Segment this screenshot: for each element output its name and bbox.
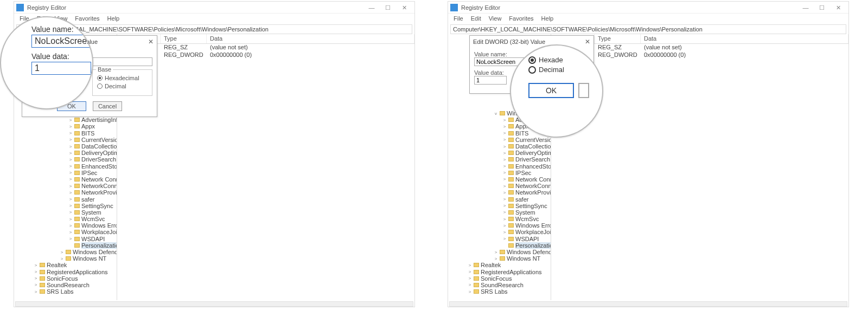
- expand-icon[interactable]: >: [68, 217, 73, 222]
- tree-item[interactable]: >WorkplaceJoin: [14, 229, 117, 235]
- expand-icon[interactable]: >: [502, 118, 507, 122]
- list-row[interactable]: REG_SZ (value not set): [117, 44, 414, 51]
- tree-item[interactable]: Personalization: [448, 242, 551, 249]
- minimize-button[interactable]: —: [363, 2, 380, 13]
- tree-item[interactable]: >DataCollection: [14, 143, 117, 150]
- tree-item[interactable]: >WorkplaceJoin: [448, 229, 551, 235]
- tree-item[interactable]: >CurrentVersion: [14, 137, 117, 143]
- tree-item[interactable]: >Realtek: [14, 262, 117, 268]
- expand-icon[interactable]: >: [502, 170, 507, 175]
- tree-item[interactable]: >Windows NT: [448, 255, 551, 262]
- col-type[interactable]: Type: [595, 34, 641, 43]
- expand-icon[interactable]: >: [68, 203, 73, 208]
- tree-item[interactable]: >System: [14, 209, 117, 216]
- expand-icon[interactable]: >: [502, 230, 507, 235]
- tree-item[interactable]: >NetworkConnectivi: [448, 183, 551, 189]
- expand-icon[interactable]: >: [502, 197, 507, 202]
- tree-item[interactable]: >SettingSync: [14, 203, 117, 209]
- tree-item[interactable]: >safer: [448, 196, 551, 202]
- scrollbar-horizontal[interactable]: [449, 301, 847, 307]
- tree-item[interactable]: >CurrentVersion: [448, 137, 551, 143]
- tree-item[interactable]: >WcmSvc: [14, 216, 117, 222]
- tree-item[interactable]: >NetworkProvider: [14, 189, 117, 196]
- expand-icon[interactable]: >: [68, 230, 73, 235]
- expand-icon[interactable]: >: [502, 137, 507, 142]
- expand-icon[interactable]: >: [502, 177, 507, 182]
- expand-icon[interactable]: >: [34, 269, 38, 274]
- tree-item[interactable]: >DriverSearching: [14, 156, 117, 163]
- expand-icon[interactable]: >: [68, 177, 73, 182]
- tree-item[interactable]: Personalization: [14, 242, 117, 249]
- expand-icon[interactable]: >: [494, 250, 498, 255]
- maximize-button[interactable]: ☐: [814, 2, 830, 13]
- expand-icon[interactable]: >: [468, 289, 472, 294]
- tree-item[interactable]: >SonicFocus: [448, 275, 551, 282]
- value-data-input[interactable]: [474, 76, 507, 85]
- close-button[interactable]: ✕: [830, 2, 846, 13]
- tree-item[interactable]: >RegisteredApplications: [448, 269, 551, 275]
- dialog-close-icon[interactable]: ✕: [585, 38, 590, 46]
- expand-icon[interactable]: >: [68, 124, 73, 129]
- expand-icon[interactable]: >: [34, 289, 38, 294]
- expand-icon[interactable]: >: [502, 223, 507, 228]
- tree-item[interactable]: >safer: [14, 196, 117, 202]
- tree-item[interactable]: >SonicFocus: [14, 275, 117, 282]
- expand-icon[interactable]: >: [60, 250, 64, 255]
- address-bar[interactable]: Computer\HKEY_LOCAL_MACHINE\SOFTWARE\Pol…: [450, 24, 846, 34]
- list-row[interactable]: REG_DWORD 0x00000000 (0): [117, 51, 414, 59]
- expand-icon[interactable]: >: [494, 256, 498, 261]
- tree-item[interactable]: >DriverSearching: [448, 156, 551, 163]
- expand-icon[interactable]: >: [502, 190, 507, 195]
- tree-item[interactable]: >Realtek: [448, 262, 551, 268]
- expand-icon[interactable]: >: [468, 276, 472, 281]
- expand-icon[interactable]: >: [68, 137, 73, 142]
- tree-item[interactable]: >WSDAPI: [14, 236, 117, 242]
- expand-icon[interactable]: >: [502, 157, 507, 162]
- tree-item[interactable]: >EnhancedStorageDe: [448, 163, 551, 170]
- menu-edit[interactable]: Edit: [471, 15, 481, 22]
- expand-icon[interactable]: >: [68, 236, 73, 241]
- list-row[interactable]: REG_SZ (value not set): [551, 44, 848, 51]
- radio-hex[interactable]: Hexadecimal: [97, 75, 148, 81]
- expand-icon[interactable]: >: [34, 276, 38, 281]
- expand-icon[interactable]: >: [502, 131, 507, 135]
- tree-item[interactable]: >DataCollection: [448, 143, 551, 150]
- tree-item[interactable]: >Network Connectio: [14, 176, 117, 183]
- expand-icon[interactable]: >: [468, 282, 472, 287]
- expand-icon[interactable]: >: [68, 144, 73, 149]
- expand-icon[interactable]: >: [502, 144, 507, 149]
- expand-icon[interactable]: >: [502, 210, 507, 215]
- tree-item[interactable]: >NetworkConnectivi: [14, 183, 117, 189]
- expand-icon[interactable]: >: [68, 164, 73, 169]
- tree-item[interactable]: >EnhancedStorageDe: [14, 163, 117, 170]
- menu-favorites[interactable]: Favorites: [509, 15, 533, 22]
- expand-icon[interactable]: >: [68, 131, 73, 135]
- expand-icon[interactable]: >: [68, 118, 73, 122]
- tree-item[interactable]: >SRS Labs: [14, 288, 117, 295]
- tree-item[interactable]: >Windows NT: [14, 255, 117, 262]
- minimize-button[interactable]: —: [797, 2, 814, 13]
- list-row[interactable]: REG_DWORD 0x00000000 (0): [551, 51, 848, 59]
- col-data[interactable]: Data: [641, 34, 848, 43]
- tree-item[interactable]: >SoundResearch: [448, 282, 551, 288]
- tree-item[interactable]: >System: [448, 209, 551, 216]
- menu-help[interactable]: Help: [541, 15, 554, 22]
- expand-icon[interactable]: >: [68, 197, 73, 202]
- tree-item[interactable]: >WSDAPI: [448, 236, 551, 242]
- expand-icon[interactable]: >: [468, 269, 472, 274]
- tree-item[interactable]: >DeliveryOptimization: [14, 150, 117, 156]
- tree-item[interactable]: >IPSec: [448, 170, 551, 176]
- expand-icon[interactable]: >: [68, 223, 73, 228]
- expand-icon[interactable]: >: [68, 190, 73, 195]
- expand-icon[interactable]: >: [34, 282, 38, 287]
- expand-icon[interactable]: >: [68, 157, 73, 162]
- tree-item[interactable]: >Windows Error Repo: [14, 222, 117, 229]
- col-data[interactable]: Data: [207, 34, 414, 43]
- expand-icon[interactable]: >: [34, 263, 38, 268]
- scrollbar-horizontal[interactable]: [15, 301, 413, 307]
- expand-icon[interactable]: >: [502, 124, 507, 129]
- tree-item[interactable]: >IPSec: [14, 170, 117, 176]
- expand-icon[interactable]: >: [60, 256, 64, 261]
- menu-view[interactable]: View: [489, 15, 502, 22]
- expand-icon[interactable]: >: [502, 151, 507, 156]
